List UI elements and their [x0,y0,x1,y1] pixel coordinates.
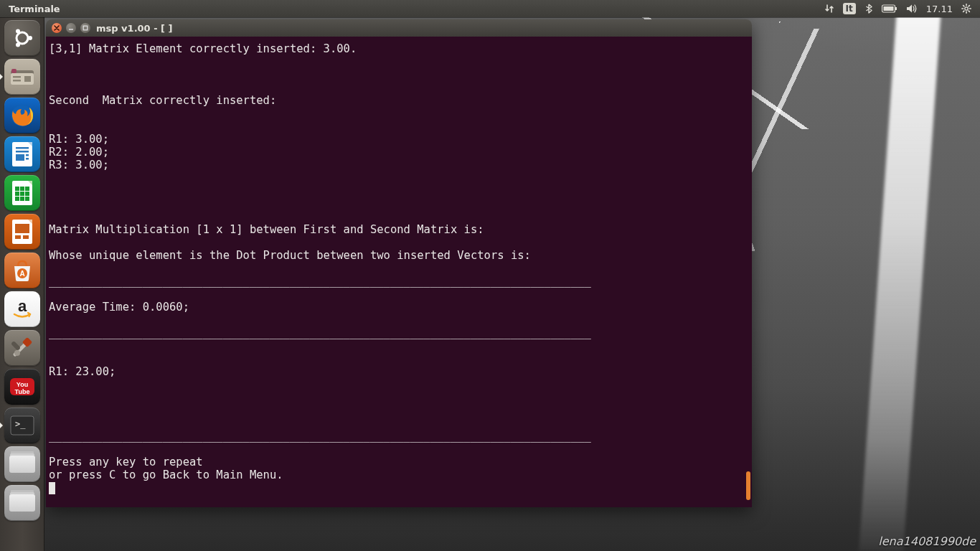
launcher-impress[interactable] [4,214,40,250]
ubuntu-logo-icon [11,27,34,50]
svg-rect-37 [25,192,29,196]
svg-rect-35 [15,192,19,196]
settings-icon [9,335,35,361]
svg-text:Tube: Tube [15,388,30,395]
close-icon [54,25,60,31]
svg-point-12 [17,32,28,44]
svg-rect-45 [23,235,29,239]
shopping-bag-icon: A [10,258,34,283]
svg-rect-44 [15,235,21,239]
minimize-icon [68,25,74,31]
svg-rect-28 [26,154,29,156]
maximize-icon [83,25,88,31]
window-titlebar[interactable]: msp v1.00 - [ ] [46,19,752,37]
svg-point-50 [14,350,20,356]
svg-text:You: You [17,381,28,388]
launcher-amazon[interactable]: a [4,291,40,327]
svg-point-15 [16,43,20,47]
svg-rect-32 [15,187,19,191]
youtube-icon: YouTube [8,376,37,397]
svg-rect-21 [11,69,17,73]
svg-rect-29 [26,158,29,160]
svg-line-9 [969,11,969,11]
svg-point-13 [28,36,32,40]
battery-icon [882,4,897,13]
terminal-scrollbar[interactable] [745,37,752,507]
svg-point-3 [965,7,968,10]
svg-point-14 [16,29,20,34]
svg-rect-36 [20,192,24,196]
svg-rect-27 [16,154,24,161]
svg-rect-20 [24,76,31,82]
launcher-files[interactable] [4,59,40,95]
svg-rect-39 [20,197,24,201]
volume-icon [906,4,918,14]
language-badge: It [843,3,856,14]
svg-rect-26 [16,151,29,153]
svg-rect-25 [16,147,29,149]
svg-rect-1 [895,7,897,10]
svg-text:>_: >_ [15,419,26,429]
files-icon [9,66,35,88]
window-minimize-button[interactable] [66,23,76,33]
scrollbar-thumb[interactable] [746,471,750,500]
window-maximize-button[interactable] [80,23,90,33]
sound-indicator[interactable] [902,0,922,17]
svg-line-8 [963,6,964,6]
gear-icon [961,4,971,14]
wallpaper-watermark: lena14081990de [878,534,976,548]
launcher-calc[interactable] [4,175,40,211]
firefox-icon [9,102,36,129]
calc-icon [10,179,34,207]
svg-rect-58 [83,26,88,30]
svg-rect-34 [25,187,29,191]
launcher-firefox[interactable] [4,98,40,133]
launcher: A a YouTube >_ [0,17,44,551]
network-icon [824,4,834,14]
clock[interactable]: 17.11 [922,0,957,17]
keyboard-indicator[interactable]: It [839,0,860,17]
launcher-terminal[interactable]: >_ [4,408,40,443]
writer-icon [10,140,34,169]
drive-icon [9,456,35,473]
network-indicator[interactable] [820,0,839,17]
top-panel: Terminale It 17.11 [0,0,980,17]
launcher-system-settings[interactable] [4,330,40,366]
terminal-output: [3,1] Matrix Element correctly inserted:… [46,39,752,494]
terminal-body[interactable]: [3,1] Matrix Element correctly inserted:… [46,37,752,507]
launcher-software-center[interactable]: A [4,253,40,288]
launcher-youtube[interactable]: YouTube [4,369,40,405]
terminal-window: msp v1.00 - [ ] [3,1] Matrix Element cor… [46,19,752,507]
system-menu[interactable] [957,0,976,17]
svg-rect-18 [13,76,21,78]
svg-rect-19 [13,80,21,82]
amazon-icon: a [9,296,35,322]
battery-indicator[interactable] [877,0,902,17]
clock-time: 17.11 [926,4,953,14]
terminal-cursor [49,482,55,494]
svg-rect-33 [20,187,24,191]
launcher-drive-1[interactable] [4,446,40,482]
svg-line-11 [963,11,964,11]
launcher-writer[interactable] [4,136,40,172]
terminal-icon: >_ [9,415,35,436]
svg-rect-2 [883,6,893,11]
svg-line-10 [969,6,969,6]
svg-rect-38 [15,197,19,201]
svg-rect-40 [25,197,29,201]
svg-text:a: a [18,297,27,315]
active-app-label: Terminale [9,4,60,14]
launcher-dash[interactable] [4,20,40,56]
svg-rect-43 [15,224,29,233]
svg-text:A: A [19,270,24,278]
active-app-title[interactable]: Terminale [4,0,65,17]
bluetooth-indicator[interactable] [860,0,877,17]
window-title: msp v1.00 - [ ] [96,23,173,34]
impress-icon [10,217,34,246]
bluetooth-icon [864,4,873,14]
drive-icon [9,494,35,512]
launcher-drive-2[interactable] [4,485,40,521]
window-close-button[interactable] [52,23,62,33]
